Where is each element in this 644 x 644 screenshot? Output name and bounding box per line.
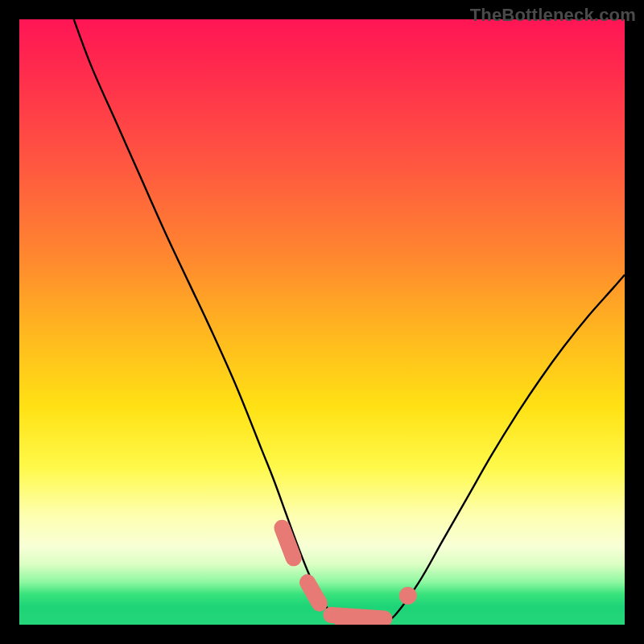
curve-layer [19,19,625,625]
valley-markers [282,528,416,625]
bottleneck-curve [74,19,625,623]
curve-path [74,19,625,623]
chart-frame: TheBottleneck.com [0,0,644,644]
valley-marker-segment [282,528,293,559]
valley-marker-dot [399,587,417,605]
watermark-text: TheBottleneck.com [470,5,636,26]
valley-marker-segment [308,582,320,603]
